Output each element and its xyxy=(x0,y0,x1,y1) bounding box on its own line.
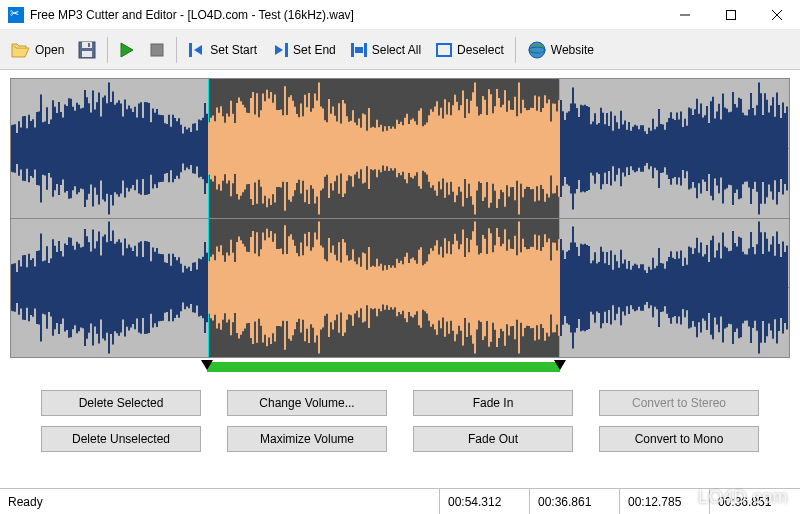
play-icon xyxy=(119,42,135,58)
svg-rect-11 xyxy=(351,43,354,57)
svg-rect-5 xyxy=(82,42,92,48)
set-end-label: Set End xyxy=(293,43,336,57)
save-icon xyxy=(78,41,96,59)
status-text: Ready xyxy=(0,489,440,514)
deselect-icon xyxy=(435,42,453,58)
svg-rect-6 xyxy=(82,51,92,57)
status-selection-end: 00:36.861 xyxy=(530,489,620,514)
save-button[interactable] xyxy=(72,37,102,63)
separator xyxy=(515,37,516,63)
svg-rect-9 xyxy=(189,43,192,57)
delete-selected-button[interactable]: Delete Selected xyxy=(41,390,201,416)
status-selection-start: 00:12.785 xyxy=(620,489,710,514)
separator xyxy=(176,37,177,63)
selection-handle-right[interactable] xyxy=(554,360,566,370)
deselect-button[interactable]: Deselect xyxy=(429,38,510,62)
fade-in-button[interactable]: Fade In xyxy=(413,390,573,416)
set-start-label: Set Start xyxy=(210,43,257,57)
separator xyxy=(107,37,108,63)
change-volume-button[interactable]: Change Volume... xyxy=(227,390,387,416)
website-button[interactable]: Website xyxy=(521,36,600,64)
set-end-button[interactable]: Set End xyxy=(265,38,342,62)
waveform-display[interactable] xyxy=(10,78,790,358)
folder-open-icon xyxy=(11,41,31,59)
selection-bar xyxy=(207,362,560,372)
app-icon xyxy=(8,7,24,23)
globe-icon xyxy=(527,40,547,60)
toolbar: Open Set Start Set End Select All Desele… xyxy=(0,30,800,70)
titlebar: Free MP3 Cutter and Editor - [LO4D.com -… xyxy=(0,0,800,30)
svg-rect-1 xyxy=(727,10,736,19)
svg-rect-13 xyxy=(364,43,367,57)
play-button[interactable] xyxy=(113,38,141,62)
svg-rect-14 xyxy=(437,44,451,56)
open-button[interactable]: Open xyxy=(5,37,70,63)
fade-out-button[interactable]: Fade Out xyxy=(413,426,573,452)
window-title: Free MP3 Cutter and Editor - [LO4D.com -… xyxy=(30,8,662,22)
set-start-icon xyxy=(188,42,206,58)
selection-handle-left[interactable] xyxy=(201,360,213,370)
maximize-button[interactable] xyxy=(708,0,754,29)
select-all-icon xyxy=(350,42,368,58)
waveform-channel-right xyxy=(11,218,789,357)
set-start-button[interactable]: Set Start xyxy=(182,38,263,62)
convert-stereo-button: Convert to Stereo xyxy=(599,390,759,416)
maximize-volume-button[interactable]: Maximize Volume xyxy=(227,426,387,452)
minimize-button[interactable] xyxy=(662,0,708,29)
svg-rect-12 xyxy=(355,47,363,53)
select-all-button[interactable]: Select All xyxy=(344,38,427,62)
status-cursor-time: 00:36.851 xyxy=(710,489,800,514)
stop-button[interactable] xyxy=(143,38,171,62)
deselect-label: Deselect xyxy=(457,43,504,57)
svg-point-15 xyxy=(529,42,545,58)
svg-rect-8 xyxy=(151,44,163,56)
statusbar: Ready 00:54.312 00:36.861 00:12.785 00:3… xyxy=(0,488,800,514)
stop-icon xyxy=(149,42,165,58)
select-all-label: Select All xyxy=(372,43,421,57)
action-button-grid: Delete Selected Change Volume... Fade In… xyxy=(0,376,800,472)
waveform-channel-left xyxy=(11,79,789,218)
website-label: Website xyxy=(551,43,594,57)
status-total-time: 00:54.312 xyxy=(440,489,530,514)
window-controls xyxy=(662,0,800,29)
svg-rect-7 xyxy=(88,43,90,47)
timeline[interactable] xyxy=(10,360,790,376)
channel-separator xyxy=(11,218,789,219)
open-label: Open xyxy=(35,43,64,57)
svg-rect-10 xyxy=(285,43,288,57)
delete-unselected-button[interactable]: Delete Unselected xyxy=(41,426,201,452)
set-end-icon xyxy=(271,42,289,58)
convert-mono-button[interactable]: Convert to Mono xyxy=(599,426,759,452)
close-button[interactable] xyxy=(754,0,800,29)
